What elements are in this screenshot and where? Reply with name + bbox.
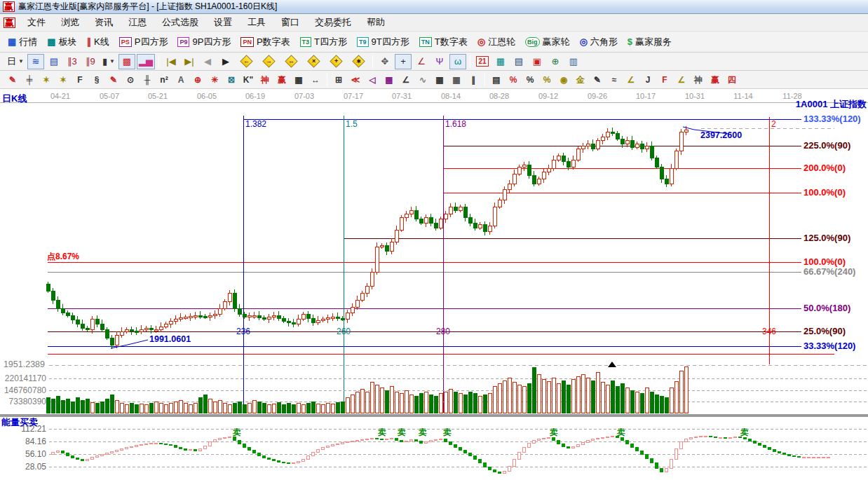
bars-9-button[interactable]: ∥9 <box>82 54 99 69</box>
menu-item-gann[interactable]: 江恩 <box>121 15 154 30</box>
gold-circle-tool[interactable]: ◉ <box>556 72 571 88</box>
f-angle-tool[interactable]: F <box>657 72 672 88</box>
span-arrow-tool[interactable]: ↔ <box>308 72 323 88</box>
volume-bar <box>459 393 462 413</box>
pan-hand-button[interactable]: ✥ <box>377 54 393 69</box>
window-titlebar[interactable]: 赢 赢家江恩专业版[赢家内部服务平台] - [上证指数 SH1A0001-160… <box>0 0 868 14</box>
pattern-select-button[interactable]: ▩ <box>118 54 135 69</box>
percent-line-tool[interactable]: % <box>539 72 555 88</box>
menu-item-news[interactable]: 资讯 <box>87 15 121 30</box>
volume-profile-button[interactable]: ▂▅ <box>137 54 155 69</box>
wedge-tool[interactable]: ◁ <box>365 72 380 88</box>
win-tool[interactable]: 赢 <box>274 72 290 88</box>
brain-tool-button[interactable]: ω <box>449 54 466 69</box>
pane-separator[interactable] <box>0 414 868 417</box>
red-brush-tool[interactable]: ✎ <box>106 72 121 88</box>
candle-style-dropdown[interactable]: ▮▼ <box>100 54 117 69</box>
indicator-bar <box>498 472 501 473</box>
toolbar-item-sectors[interactable]: ▩板块 <box>42 34 81 50</box>
grid-tool-2[interactable]: ▦ <box>449 72 464 88</box>
menu-item-settings[interactable]: 设置 <box>206 15 240 30</box>
diamond-star-button[interactable]: ∗ <box>348 54 369 69</box>
diamond-cross-button[interactable]: × <box>303 54 324 69</box>
toolbar-item-p-number-table[interactable]: PNP数字表 <box>236 34 294 50</box>
k-marks-tool[interactable]: K" <box>240 72 256 88</box>
percent-list-tool[interactable]: ▤ <box>489 72 504 88</box>
tick-ruler-tool[interactable]: ╪ <box>22 72 37 88</box>
brush-tool[interactable]: ✎ <box>5 72 20 88</box>
gold-line-tool[interactable]: 金 <box>573 72 588 88</box>
menu-item-help[interactable]: 帮助 <box>359 15 393 30</box>
diamond-plus-button[interactable]: + <box>325 54 346 69</box>
calculator-button[interactable]: ▦ <box>492 54 509 69</box>
menu-item-formula-stock-pick[interactable]: 公式选股 <box>154 15 206 30</box>
nav-last-button[interactable]: ▶| <box>181 54 198 69</box>
wave-channel-tool[interactable]: ≈ <box>606 72 622 88</box>
report-button[interactable]: ▤ <box>510 54 527 69</box>
diamond-left-button[interactable]: ← <box>236 54 257 69</box>
nav-first-button[interactable]: |◀ <box>163 54 179 69</box>
gold-crown-tool-2[interactable]: ✶ <box>55 72 71 88</box>
shen-angle-tool[interactable]: 神 <box>691 72 706 88</box>
toolbar-item-t-number-table[interactable]: TNT数字表 <box>414 34 473 50</box>
bars-3-button[interactable]: ∥3 <box>64 54 81 69</box>
structure-tool-button[interactable]: Ψ <box>431 54 448 69</box>
toolbar-item-kline[interactable]: ∥K线 <box>82 34 114 50</box>
si-angle-tool[interactable]: 四 <box>724 72 740 88</box>
chart-canvas[interactable]: 04-2105-0705-2106-0506-1907-0307-1707-31… <box>0 89 868 480</box>
toolbar-item-winner-service[interactable]: $赢家服务 <box>623 34 677 50</box>
starburst-tool[interactable]: ✳ <box>207 72 222 88</box>
crosshair-button[interactable]: + <box>395 54 412 69</box>
toolbar-item-quotes[interactable]: ▦行情 <box>3 34 42 50</box>
kline-period-dropdown[interactable]: 日▼ <box>5 54 26 69</box>
gold-angle-tool[interactable]: ∠ <box>623 72 639 88</box>
menu-item-trade-order[interactable]: 交易委托 <box>307 15 359 30</box>
percent-red-tool[interactable]: % <box>506 72 521 88</box>
menu-item-file[interactable]: 文件 <box>20 15 53 30</box>
ink-tool[interactable]: ✎ <box>590 72 605 88</box>
toolbar-item-9t-square[interactable]: T99T四方形 <box>352 34 414 50</box>
info-list-button[interactable]: ▤ <box>46 54 62 69</box>
percent-tool[interactable]: % <box>522 72 538 88</box>
j-angle-tool[interactable]: J <box>640 72 656 88</box>
trend-overview-button[interactable]: ≋ <box>27 54 44 69</box>
toolbar-item-gann-wheel[interactable]: ◎江恩轮 <box>473 34 520 50</box>
win-angle-tool[interactable]: 赢 <box>707 72 723 88</box>
angle-lines-tool[interactable]: ∠ <box>398 72 414 88</box>
diamond-right-button[interactable]: → <box>258 54 279 69</box>
nav-prev-button[interactable]: ◀ <box>199 54 216 69</box>
n-square-tool[interactable]: n² <box>156 72 172 88</box>
save-button[interactable]: ▣ <box>529 54 545 69</box>
toolbar-item-winner-wheel[interactable]: Big赢家轮 <box>520 34 575 50</box>
toolbar-item-p-square[interactable]: PSP四方形 <box>114 34 173 50</box>
menu-item-tools[interactable]: 工具 <box>240 15 273 30</box>
tick-ruler-tool-2[interactable]: ╫ <box>140 72 155 88</box>
calendar-button[interactable]: 21 <box>474 54 491 69</box>
f-ruler-tool[interactable]: F <box>72 72 88 88</box>
grid-123-tool[interactable]: ▦ <box>291 72 306 88</box>
angle-a-tool[interactable]: A <box>173 72 189 88</box>
toolbar-item-hexagon[interactable]: ◎六角形 <box>575 34 623 50</box>
diamond-hspan-button[interactable]: ↔ <box>280 54 301 69</box>
circle-cross-tool[interactable]: ⊕ <box>190 72 205 88</box>
angle-measure-button[interactable]: ∠ <box>413 54 430 69</box>
wave-tool[interactable]: ∿ <box>415 72 430 88</box>
nav-next-button[interactable]: ▶ <box>217 54 234 69</box>
frame-tool[interactable]: ⊞ <box>331 72 346 88</box>
slash-lines-tool[interactable]: ∥ <box>466 72 481 88</box>
gold-crown-tool[interactable]: ✶ <box>39 72 54 88</box>
time-circle-tool[interactable]: ⊙ <box>123 72 138 88</box>
fan-lines-tool[interactable]: ≪ <box>348 72 363 88</box>
grid-box-tool[interactable]: ▩ <box>381 72 397 88</box>
toolbar-item-9p-square[interactable]: P99P四方形 <box>172 34 236 50</box>
toolbar-item-t-square[interactable]: T3T四方形 <box>295 34 352 50</box>
shen-tool[interactable]: 神 <box>257 72 273 88</box>
menu-item-browse[interactable]: 浏览 <box>53 15 87 30</box>
grid-tool[interactable]: ▦ <box>432 72 447 88</box>
remote-button[interactable]: ▥ <box>565 54 582 69</box>
web-update-button[interactable]: ⊕ <box>547 54 564 69</box>
menu-item-window[interactable]: 窗口 <box>273 15 307 30</box>
grid-star-tool[interactable]: ⊠ <box>224 72 239 88</box>
gold-angle-tool-2[interactable]: ∠ <box>674 72 689 88</box>
spiral-tool[interactable]: § <box>89 72 104 88</box>
